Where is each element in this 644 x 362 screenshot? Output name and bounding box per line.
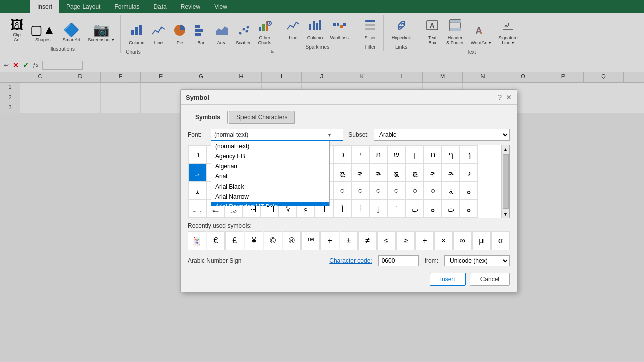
font-option-algerian[interactable]: Algerian xyxy=(211,161,329,171)
font-dropdown[interactable]: (normal text) ▾ xyxy=(211,129,343,141)
symbol-cell[interactable]: ﺓ xyxy=(460,182,478,200)
recently-cell[interactable]: + xyxy=(320,231,339,250)
dialog-title: Symbol xyxy=(186,94,209,101)
symbol-cell[interactable]: ؁ xyxy=(188,200,206,218)
font-option-arial-narrow[interactable]: Arial Narrow xyxy=(211,192,329,202)
symbol-cell[interactable]: ן xyxy=(406,145,424,163)
from-label: from: xyxy=(425,257,438,264)
symbol-cell[interactable]: ○ xyxy=(424,182,442,200)
font-dropdown-arrow: ▾ xyxy=(328,132,331,138)
recently-cell[interactable]: ± xyxy=(340,231,358,250)
symbol-cell[interactable]: כ xyxy=(333,145,351,163)
dialog-close-icon[interactable]: ✕ xyxy=(506,93,512,101)
symbol-cell[interactable]: أ xyxy=(333,200,351,218)
char-code-label[interactable]: Character code: xyxy=(329,257,372,264)
symbol-cell[interactable]: ת xyxy=(369,145,387,163)
symbol-cell[interactable]: ﭾ xyxy=(387,163,406,182)
symbol-cell[interactable]: ○ xyxy=(387,182,406,200)
recently-cell[interactable]: ≥ xyxy=(396,231,415,250)
font-label: Font: xyxy=(188,131,206,138)
font-option-normal-text[interactable]: (normal text) xyxy=(211,141,329,151)
symbol-cell[interactable]: ت xyxy=(442,200,460,218)
symbol-cell[interactable]: ﭻ xyxy=(333,163,351,182)
symbol-cell[interactable]: ○ xyxy=(333,182,351,200)
char-name: Arabic Number Sign xyxy=(188,257,323,264)
recently-cell[interactable]: ≠ xyxy=(358,231,377,250)
dialog-body: Symbols Special Characters Font: (normal… xyxy=(181,105,517,292)
symbol-cell[interactable]: ﺌ xyxy=(188,182,206,200)
symbol-cell[interactable]: ○ xyxy=(351,182,369,200)
symbol-cell[interactable]: ٴ xyxy=(387,200,406,218)
char-info-row: Arabic Number Sign Character code: from:… xyxy=(188,255,510,266)
recently-cell[interactable]: ∞ xyxy=(453,231,472,250)
symbol-cell[interactable]: ٲ xyxy=(351,200,369,218)
symbol-cell[interactable]: ة xyxy=(424,200,442,218)
recently-cell[interactable]: ≤ xyxy=(377,231,396,250)
recently-cell[interactable]: 🃏 xyxy=(188,231,206,250)
dialog-title-icons: ? ✕ xyxy=(498,93,512,101)
subset-select[interactable]: Arabic xyxy=(374,129,510,141)
font-dropdown-value: (normal text) xyxy=(214,131,248,138)
dialog-tabs: Symbols Special Characters xyxy=(188,111,510,124)
symbol-cell[interactable]: ب xyxy=(406,200,424,218)
symbol-dialog: Symbol ? ✕ Symbols Special Characters Fo… xyxy=(180,89,517,292)
symbol-cell[interactable]: ٳ xyxy=(369,200,387,218)
symbol-cell[interactable]: ة xyxy=(460,200,478,218)
recently-cell[interactable]: £ xyxy=(225,231,244,250)
font-option-agency-fb[interactable]: Agency FB xyxy=(211,151,329,161)
font-dropdown-list: (normal text) Agency FB Algerian Arial A… xyxy=(211,141,330,206)
font-row: Font: (normal text) ▾ (normal text) Agen… xyxy=(188,129,510,141)
dialog-buttons: Insert Cancel xyxy=(188,273,510,286)
scrollbar-down-button[interactable]: ▼ xyxy=(502,210,510,218)
recently-cell[interactable]: α xyxy=(491,231,510,250)
symbol-cell[interactable]: ש xyxy=(387,145,406,163)
recently-cell[interactable]: ™ xyxy=(301,231,320,250)
recently-used-grid: 🃏 € £ ¥ © ® ™ + ± ≠ ≤ ≥ ÷ × ∞ μ α xyxy=(188,231,510,250)
recently-cell[interactable]: ® xyxy=(283,231,301,250)
symbol-cell[interactable]: ﮁ xyxy=(442,163,460,182)
symbol-cell[interactable]: ﮂ xyxy=(460,163,478,182)
subset-label: Subset: xyxy=(348,131,369,138)
dialog-title-bar: Symbol ? ✕ xyxy=(181,90,517,105)
symbol-cell[interactable]: ﭼ xyxy=(351,163,369,182)
recently-cell[interactable]: ÷ xyxy=(415,231,434,250)
symbol-cell[interactable]: ﭽ xyxy=(369,163,387,182)
symbol-cell-selected[interactable]: ؀ xyxy=(188,163,206,182)
recently-used-label: Recently used symbols: xyxy=(188,222,510,229)
scrollbar-up-button[interactable]: ▲ xyxy=(502,145,510,153)
symbol-cell[interactable]: ○ xyxy=(406,182,424,200)
char-code-input[interactable] xyxy=(378,255,419,266)
recently-cell[interactable]: ¥ xyxy=(245,231,263,250)
recently-cell[interactable]: × xyxy=(434,231,453,250)
font-dropdown-container: (normal text) ▾ (normal text) Agency FB … xyxy=(211,129,343,141)
symbol-scrollbar[interactable]: ▲ ▼ xyxy=(501,145,509,218)
symbol-cell[interactable]: י xyxy=(351,145,369,163)
dialog-help-icon[interactable]: ? xyxy=(498,93,502,101)
font-option-arial-rounded[interactable]: Arial Rounded MT Bold xyxy=(211,202,329,206)
font-option-arial[interactable]: Arial xyxy=(211,171,329,182)
symbol-cell[interactable]: ף xyxy=(442,145,460,163)
symbol-cell[interactable]: ﭿ xyxy=(406,163,424,182)
recently-cell[interactable]: μ xyxy=(472,231,491,250)
symbol-cell[interactable]: ﮀ xyxy=(424,163,442,182)
symbol-cell[interactable]: ך xyxy=(460,145,478,163)
recently-cell[interactable]: © xyxy=(264,231,282,250)
scrollbar-thumb[interactable] xyxy=(503,154,509,209)
tab-special-characters[interactable]: Special Characters xyxy=(229,111,295,124)
symbol-cell[interactable]: ר xyxy=(188,145,206,163)
tab-symbols[interactable]: Symbols xyxy=(188,111,228,124)
cancel-button[interactable]: Cancel xyxy=(470,273,510,286)
symbol-cell[interactable]: ﺔ xyxy=(442,182,460,200)
recently-cell[interactable]: € xyxy=(207,231,225,250)
from-select[interactable]: Unicode (hex)ASCII (decimal)ASCII (hex) xyxy=(444,255,510,266)
insert-button[interactable]: Insert xyxy=(430,273,466,286)
symbol-cell[interactable]: ○ xyxy=(369,182,387,200)
font-option-arial-black[interactable]: Arial Black xyxy=(211,182,329,192)
symbol-cell[interactable]: ם xyxy=(424,145,442,163)
